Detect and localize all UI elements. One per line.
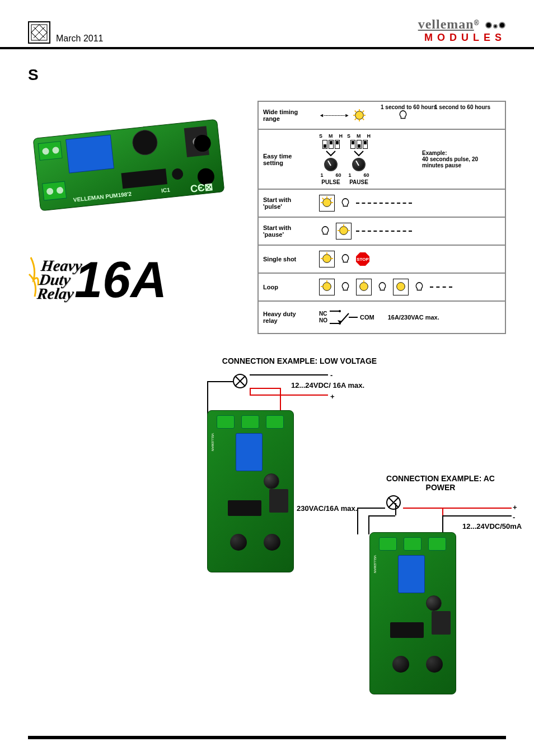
feature-diag-single-shot: STOP: [315, 246, 505, 273]
relay-no: NO: [319, 317, 327, 324]
ac-plus: +: [513, 503, 517, 511]
svg-line-30: [355, 119, 357, 120]
feature-table: Wide timing range ◄───────► 1 second to …: [257, 101, 506, 334]
page-content: S: [0, 49, 534, 715]
lv-rating: 12...24VDC/ 16A max.: [291, 381, 364, 389]
svg-point-48: [360, 283, 368, 291]
lv-minus: -: [330, 371, 332, 379]
example-text: Example: 40 seconds pulse, 20 minutes pa…: [422, 150, 500, 168]
ac-rating: 230VAC/16A max.: [297, 504, 357, 513]
bulb-off-icon: [339, 197, 352, 209]
feature-diag-loop: [315, 274, 505, 300]
issue-date: March 2011: [56, 34, 104, 44]
pcb-lv-icon: VELLEMAN: [207, 410, 294, 572]
dip-switch-pulse-icon: [322, 140, 340, 149]
pcb-image-icon: VELLEMAN PUM198'2 IC1 CЄ⊠: [20, 101, 237, 229]
svg-line-27: [355, 111, 357, 112]
svg-line-36: [330, 198, 332, 200]
feature-label-single-shot: Single shot: [259, 246, 315, 273]
svg-text:IC1: IC1: [161, 187, 171, 194]
feature-label-start-pause: Start with 'pause': [259, 218, 315, 245]
bulb-on-icon: [321, 280, 333, 293]
feature-label-loop: Loop: [259, 274, 315, 300]
feature-diag-start-pulse: [315, 190, 505, 217]
knob-min-1: 1: [320, 172, 323, 178]
bulb-on-icon: [353, 109, 366, 121]
bulb-off-icon: [413, 281, 425, 293]
svg-point-41: [323, 255, 331, 263]
logo-dots-icon: [485, 21, 506, 31]
continuation-dash-icon: [356, 203, 412, 204]
heading-letter: S: [28, 66, 506, 84]
bulb-off-icon: [339, 253, 352, 265]
timing-range-arrow-1: ◄───────►: [319, 112, 349, 118]
ac-supply: 12...24VDC/50mA: [462, 522, 522, 530]
svg-point-31: [323, 199, 331, 207]
pcb-ac-icon: VELLEMAN: [369, 532, 456, 694]
knob-min-2: 1: [349, 172, 352, 178]
bulb-on-icon: [338, 224, 350, 237]
feature-label-start-pulse: Start with 'pulse': [259, 190, 315, 217]
feature-label-easy-time: Easy time setting: [259, 130, 315, 189]
bulb-off-icon: [339, 281, 352, 293]
feature-label-relay: Heavy duty relay: [259, 302, 315, 333]
footer-rule: [28, 736, 506, 739]
heavy-duty-current: 16A: [74, 255, 167, 305]
heavy-duty-text: Heavy Duty Relay: [36, 259, 83, 301]
feature-diag-timing-range: ◄───────► 1 second to 60 hours 1 second …: [315, 102, 505, 129]
pause-knob-icon: [352, 158, 366, 171]
knob-max-1: 60: [336, 172, 341, 178]
svg-line-28: [363, 119, 364, 120]
relay-com: COM: [360, 314, 374, 321]
svg-point-56: [339, 310, 341, 312]
lv-plus: +: [330, 392, 335, 401]
svg-point-37: [340, 227, 348, 235]
feature-diag-relay: NC NO COM 16A/230V: [315, 302, 505, 333]
knob-max-2: 60: [364, 172, 369, 178]
bulb-off-icon: [397, 109, 409, 121]
svg-point-22: [355, 111, 364, 120]
svg-line-35: [322, 198, 324, 200]
ac-title: CONNECTION EXAMPLE: AC POWER: [375, 474, 506, 492]
header-left: March 2011: [28, 21, 104, 44]
pause-label: PAUSE: [349, 179, 368, 185]
brand-logo: velleman® MODULES: [418, 17, 506, 44]
bulb-on-icon: [358, 280, 370, 293]
relay-nc: NC: [319, 311, 327, 317]
lamp-symbol-icon: [386, 495, 401, 512]
dip-switch-pause-icon: [350, 140, 368, 149]
svg-point-57: [339, 322, 341, 325]
brand-stamp-icon: [28, 21, 50, 44]
relay-rating: 16A/230VAC max.: [388, 314, 439, 321]
continuation-dash-icon: [430, 287, 452, 288]
relay-contact-icon: [330, 308, 358, 327]
bulb-on-icon: [395, 280, 407, 293]
logo-reg: ®: [474, 19, 479, 27]
heavy-duty-badge: Heavy Duty Relay 16A: [28, 252, 241, 308]
timing-range-text-1: 1 second to 60 hours: [381, 104, 437, 110]
stop-sign-icon: STOP: [356, 252, 369, 266]
lamp-symbol-icon: [233, 374, 247, 391]
connection-section: CONNECTION EXAMPLE: LOW VOLTAGE - 12...2…: [28, 356, 506, 703]
logo-text-bottom: MODULES: [418, 32, 506, 44]
svg-line-29: [363, 111, 364, 112]
feature-label-timing-range: Wide timing range: [259, 102, 315, 129]
bulb-off-icon: [319, 225, 331, 237]
pulse-label: PULSE: [321, 179, 340, 185]
arrow-down-icon: [325, 150, 336, 157]
feature-diag-easy-time: SMH 160 PULSE SMH 160 PAUSE: [315, 130, 505, 189]
bulb-off-icon: [376, 281, 388, 293]
pulse-knob-icon: [324, 158, 338, 171]
bulb-on-icon: [321, 196, 333, 209]
feature-diag-start-pause: [315, 218, 505, 245]
arrow-down-icon: [353, 150, 364, 157]
lv-title: CONNECTION EXAMPLE: LOW VOLTAGE: [202, 356, 397, 365]
page-header: March 2011 velleman® MODULES: [0, 0, 534, 49]
logo-text-top: velleman: [418, 17, 474, 31]
bulb-on-icon: [321, 252, 333, 265]
svg-point-45: [323, 283, 331, 291]
product-photo: VELLEMAN PUM198'2 IC1 CЄ⊠: [28, 101, 229, 229]
svg-point-50: [397, 283, 405, 291]
continuation-dash-icon: [356, 231, 412, 232]
ac-minus: -: [513, 513, 515, 522]
